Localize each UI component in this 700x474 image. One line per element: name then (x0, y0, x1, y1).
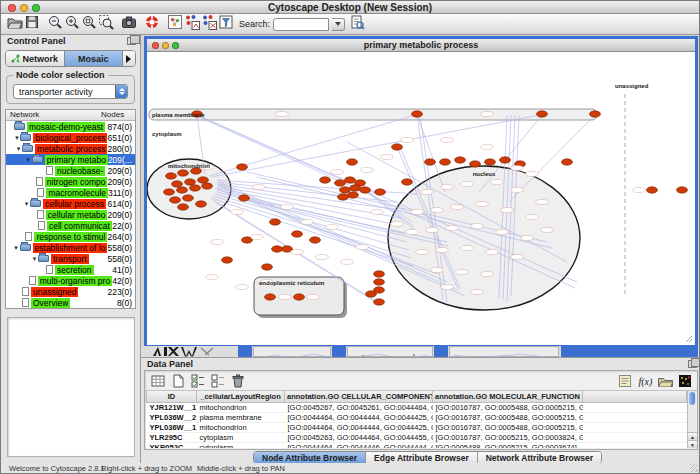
table-scrollbar[interactable]: ▲ ▼ (687, 391, 696, 448)
column-header[interactable]: annotation.GO CELLULAR_COMPONENT (285, 391, 433, 402)
expand-arrow-icon[interactable]: ▾ (15, 145, 22, 153)
tree-row[interactable]: ▾cellular process614(0) (6, 198, 135, 209)
view-minimize-icon[interactable] (162, 42, 169, 49)
column-header[interactable]: ID (147, 391, 197, 402)
view-close-icon[interactable] (152, 42, 159, 49)
network-node[interactable] (338, 194, 349, 200)
network-node[interactable] (562, 159, 573, 165)
network-node[interactable] (335, 180, 346, 186)
trash-icon[interactable] (229, 372, 246, 389)
close-icon[interactable] (8, 4, 16, 12)
network-node[interactable] (647, 187, 658, 193)
network-view-titlebar[interactable]: primary metabolic process (147, 39, 695, 52)
birds-eye-view[interactable] (7, 317, 135, 457)
vizmapper-icon[interactable] (183, 14, 200, 31)
expand-arrow-icon[interactable]: ▾ (25, 156, 32, 164)
network-node[interactable] (374, 299, 385, 305)
network-node[interactable] (262, 264, 273, 270)
tree-row[interactable]: cell communicat22(0) (6, 220, 135, 231)
network-node[interactable] (345, 177, 356, 183)
zoom-selected-icon[interactable] (97, 14, 114, 31)
function-icon[interactable]: f(x) (636, 372, 653, 389)
network-edge[interactable] (213, 196, 411, 258)
network-node[interactable] (455, 157, 466, 163)
network-node[interactable] (374, 271, 385, 277)
network-node[interactable] (185, 179, 196, 185)
network-node[interactable] (320, 177, 331, 183)
zoom-out-icon[interactable] (46, 14, 63, 31)
zoom-fit-icon[interactable] (80, 14, 97, 31)
network-node[interactable] (360, 187, 371, 193)
network-node[interactable] (590, 111, 601, 117)
attr-table-icon[interactable] (149, 372, 166, 389)
open-icon[interactable] (6, 14, 23, 31)
notes-icon[interactable] (616, 372, 633, 389)
unselect-attrs-icon[interactable] (209, 372, 226, 389)
tab-edge-attribute-browser[interactable]: Edge Attribute Browser (366, 452, 478, 463)
resize-grip[interactable] (690, 464, 698, 472)
tree-row[interactable]: secretion41(0) (6, 264, 135, 275)
network-node[interactable] (440, 159, 451, 165)
network-node[interactable] (366, 291, 377, 297)
select-attrs-icon[interactable] (189, 372, 206, 389)
table-header-row[interactable]: ID_cellularLayoutRegionannotation.GO CEL… (147, 391, 687, 402)
network-node[interactable] (170, 197, 181, 203)
column-header[interactable]: _cellularLayoutRegion (197, 391, 285, 402)
tree-row[interactable]: ▾primary metabo209(... (6, 154, 135, 165)
network-canvas[interactable]: plasma membranecytoplasmmitochondrionnuc… (147, 52, 695, 344)
filter-icon[interactable] (217, 14, 234, 31)
data-panel-float-icon[interactable] (688, 360, 697, 368)
minimize-icon[interactable] (20, 4, 28, 12)
scroll-down-icon[interactable]: ▼ (688, 440, 697, 448)
tab-network-attribute-browser[interactable]: Network Attribute Browser (478, 452, 601, 463)
tree-row[interactable]: ▾biological_process651(0) (6, 132, 135, 143)
network-node[interactable] (310, 237, 321, 243)
network-node[interactable] (402, 179, 413, 185)
network-node[interactable] (172, 181, 183, 187)
network-node[interactable] (412, 111, 423, 117)
network-node[interactable] (292, 231, 303, 237)
network-node[interactable] (392, 144, 403, 150)
scrollbar-thumb[interactable] (689, 392, 695, 405)
network-node[interactable] (166, 173, 177, 179)
network-node[interactable] (178, 204, 189, 210)
network-node[interactable] (177, 187, 188, 193)
tab-node-attribute-browser[interactable]: Node Attribute Browser (254, 452, 366, 463)
attribute-search-icon[interactable] (348, 14, 365, 35)
tab-network[interactable]: Network (6, 51, 65, 66)
tree-row[interactable]: Overview8(0) (6, 297, 135, 308)
tree-row[interactable]: unassigned223(0) (6, 286, 135, 297)
search-input[interactable] (273, 18, 329, 31)
network-node[interactable] (348, 192, 359, 198)
network-node[interactable] (222, 257, 233, 263)
vizmapper-edit-icon[interactable] (200, 14, 217, 31)
table-row[interactable]: YJR121W__1mitochondrion[GO:0045267, GO:0… (147, 402, 687, 412)
network-edge[interactable] (211, 198, 413, 266)
column-header[interactable] (583, 391, 687, 402)
tree-row[interactable]: response to stimul264(0) (6, 231, 135, 242)
tree-row[interactable]: nucleobase-209(0) (6, 165, 135, 176)
scroll-up-icon[interactable]: ▲ (688, 432, 697, 440)
expand-arrow-icon[interactable]: ▾ (13, 134, 20, 142)
expand-arrow-icon[interactable]: ▾ (23, 200, 30, 208)
network-node[interactable] (375, 189, 386, 195)
tree-row[interactable]: cellular metabo209(0) (6, 209, 135, 220)
tree-row[interactable]: multi-organism pro42(0) (6, 275, 135, 286)
tree-row[interactable]: ▾transport558(0) (6, 253, 135, 264)
network-node[interactable] (270, 219, 281, 225)
table-row[interactable]: YPL036W__2plasma membrane[GO:0044464, GO… (147, 412, 687, 422)
tab-overflow-arrow[interactable] (123, 51, 135, 66)
network-node[interactable] (239, 195, 250, 201)
network-node[interactable] (265, 294, 276, 300)
save-icon[interactable] (23, 14, 40, 31)
tree-row[interactable]: mosaic-demo-yeast874(0) (6, 121, 135, 132)
network-node[interactable] (350, 185, 361, 191)
view-zoom-icon[interactable] (172, 42, 179, 49)
attr-search-icon[interactable] (348, 14, 365, 31)
zoom-window-icon[interactable] (32, 4, 40, 12)
network-node[interactable] (347, 159, 358, 165)
matrix-icon[interactable] (676, 372, 693, 389)
column-header[interactable]: annotation.GO MOLECULAR_FUNCTION (433, 391, 583, 402)
network-node[interactable] (190, 185, 201, 191)
table-row[interactable]: YKR052Ccytoplasm[GO:0044464, GO:0044446,… (147, 442, 687, 448)
